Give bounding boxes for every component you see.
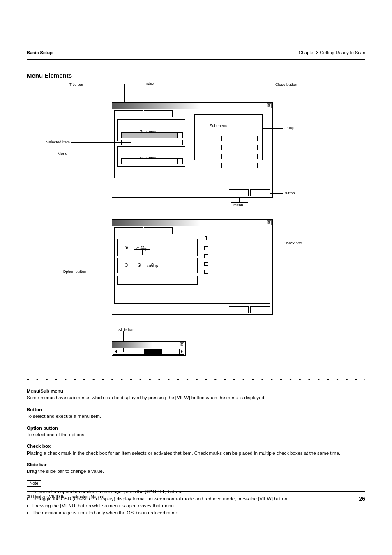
combo-field[interactable] — [221, 136, 258, 141]
svg-rect-0 — [179, 134, 182, 137]
tab[interactable] — [144, 110, 173, 117]
note-bullet: •The monitor image is updated only when … — [27, 510, 365, 516]
guide-line — [231, 202, 248, 203]
combo-field[interactable] — [121, 140, 183, 145]
svg-marker-9 — [254, 156, 256, 158]
running-head-left: Basic Setup — [27, 50, 53, 56]
slider-window: ⊠ — [112, 341, 186, 356]
tab[interactable] — [114, 227, 143, 234]
dropdown-arrow-icon[interactable] — [252, 154, 257, 159]
tab-row — [114, 227, 272, 234]
note-title: Button — [27, 407, 365, 412]
checkbox-group — [204, 239, 208, 274]
svg-marker-1 — [180, 134, 182, 136]
note-body: Drag the slide bar to change a value. — [27, 468, 365, 474]
dialog-button[interactable] — [229, 189, 249, 196]
svg-rect-2 — [179, 160, 182, 163]
section-title: Menu Elements — [27, 72, 72, 80]
dialog-buttons — [229, 189, 270, 196]
callout-option-button: Option button — [49, 269, 86, 274]
guide-line — [268, 85, 274, 85]
dropdown-arrow-icon[interactable] — [252, 136, 257, 141]
slider[interactable] — [113, 349, 184, 355]
callout-close-button: Close button — [275, 82, 297, 87]
text-field[interactable] — [117, 276, 198, 285]
radio-option[interactable] — [125, 263, 128, 267]
svg-rect-10 — [254, 164, 256, 167]
svg-rect-8 — [254, 155, 256, 158]
note-body: Placing a check mark in the check box fo… — [27, 450, 365, 456]
svg-rect-4 — [254, 137, 256, 140]
slider-track[interactable] — [118, 349, 179, 354]
callout-menu: Menu — [58, 151, 67, 156]
close-icon[interactable]: ⊠ — [180, 342, 184, 347]
combo-field[interactable] — [221, 154, 258, 159]
combo-field[interactable] — [221, 163, 258, 168]
slider-right-arrow-icon[interactable] — [179, 349, 184, 354]
dropdown-arrow-icon[interactable] — [178, 159, 182, 164]
combo-selected[interactable] — [121, 132, 183, 138]
page-bottom-rule — [27, 491, 365, 492]
running-head-right: Chapter 3 Getting Ready to Scan — [299, 50, 365, 56]
callout-button-1: Button — [284, 191, 295, 196]
callout-slide-bar: Slide bar — [118, 327, 134, 332]
dialog-buttons — [229, 306, 270, 313]
radio-group — [125, 246, 145, 249]
note-title: Check box — [27, 443, 365, 449]
note-body: To select and execute a menu item. — [27, 413, 365, 419]
page-top-rule — [27, 59, 365, 60]
radio-option[interactable] — [138, 263, 141, 267]
dialog-button[interactable] — [229, 306, 249, 313]
note-bullet-list: •To cancel an operation or clear a messa… — [27, 488, 365, 516]
svg-marker-7 — [254, 147, 256, 149]
callout-title-bar: Title bar — [69, 82, 83, 87]
close-icon[interactable]: ⊠ — [267, 103, 272, 108]
checkbox[interactable] — [204, 246, 208, 250]
note-title: Slide bar — [27, 462, 365, 467]
tab[interactable] — [114, 110, 143, 117]
combo-field[interactable] — [221, 145, 258, 150]
title-bar: ⊠ — [112, 220, 272, 226]
note-bullet: •Pressing the [MENU] button while a menu… — [27, 503, 365, 509]
title-bar: ⊠ — [112, 342, 185, 348]
note-label-box: Note — [27, 480, 41, 487]
guide-line — [85, 85, 124, 85]
callout-index: Index — [145, 81, 154, 86]
radio-option[interactable] — [125, 246, 128, 249]
callout-menu-bottom: Menu — [233, 203, 243, 207]
svg-marker-5 — [254, 138, 256, 140]
checkbox[interactable] — [204, 254, 208, 258]
guide-line — [124, 84, 125, 102]
svg-marker-3 — [180, 160, 182, 162]
title-bar: ⊠ — [112, 103, 272, 109]
dotted-divider: ● ● ● ● ● ● ● ● ● ● ● ● ● ● ● ● ● ● ● ● … — [27, 377, 365, 380]
dropdown-arrow-icon[interactable] — [252, 163, 257, 168]
checkbox[interactable] — [204, 270, 208, 274]
guide-line — [239, 197, 240, 202]
dialog-button[interactable] — [250, 306, 270, 313]
note-body: To select one of the options. — [27, 432, 365, 438]
tab[interactable] — [144, 227, 173, 234]
radio-option[interactable] — [151, 263, 154, 267]
combo-field[interactable] — [121, 158, 183, 164]
note-body: Some menus have sub menus which can be d… — [27, 395, 365, 401]
footer-doc-title: 3D Digitizer VIVID 9i — Instruction Manu… — [27, 495, 104, 500]
close-icon[interactable]: ⊠ — [267, 220, 272, 225]
slider-thumb[interactable] — [144, 349, 162, 354]
dialog-window-2: ⊠ — [112, 219, 273, 315]
slider-left-arrow-icon[interactable] — [113, 349, 118, 354]
page-number: 26 — [359, 495, 365, 503]
svg-marker-11 — [254, 165, 256, 167]
dialog-window-1: ⊠ — [112, 102, 273, 198]
callout-check-box: Check box — [284, 241, 302, 246]
callout-group: Group — [284, 125, 294, 130]
dropdown-arrow-icon[interactable] — [178, 133, 182, 138]
dropdown-arrow-icon[interactable] — [252, 145, 257, 150]
svg-rect-6 — [254, 146, 256, 149]
dialog-button[interactable] — [250, 189, 270, 196]
radio-group — [125, 263, 155, 267]
radio-option[interactable] — [141, 246, 144, 249]
note-title: Option button — [27, 425, 365, 431]
checkbox[interactable] — [204, 262, 208, 266]
callout-selected-item: Selected item — [41, 140, 70, 145]
